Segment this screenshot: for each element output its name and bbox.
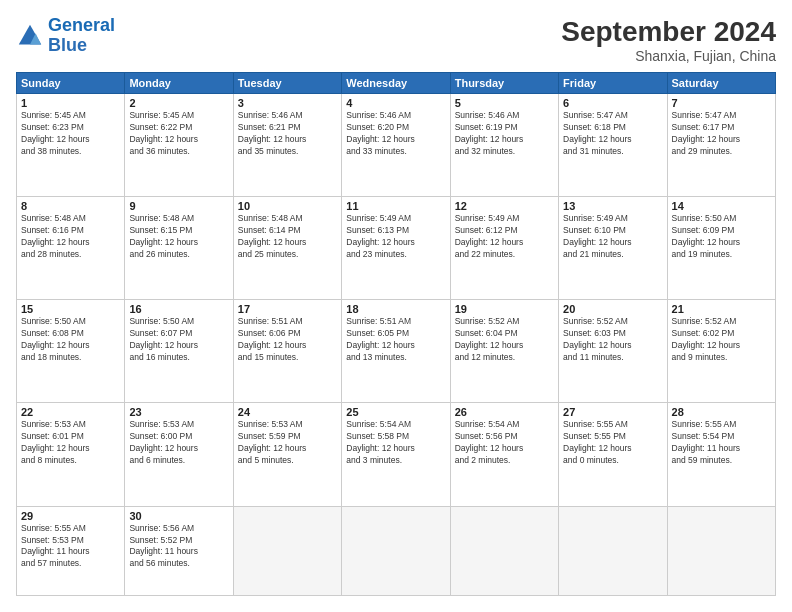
day-number: 25 [346, 406, 445, 418]
day-number: 1 [21, 97, 120, 109]
calendar-cell [233, 506, 341, 595]
calendar-cell: 22Sunrise: 5:53 AM Sunset: 6:01 PM Dayli… [17, 403, 125, 506]
calendar-cell: 15Sunrise: 5:50 AM Sunset: 6:08 PM Dayli… [17, 300, 125, 403]
day-number: 15 [21, 303, 120, 315]
calendar-cell: 30Sunrise: 5:56 AM Sunset: 5:52 PM Dayli… [125, 506, 233, 595]
calendar-cell: 29Sunrise: 5:55 AM Sunset: 5:53 PM Dayli… [17, 506, 125, 595]
logo-text: General Blue [48, 16, 115, 56]
calendar-cell: 6Sunrise: 5:47 AM Sunset: 6:18 PM Daylig… [559, 94, 667, 197]
calendar-cell: 27Sunrise: 5:55 AM Sunset: 5:55 PM Dayli… [559, 403, 667, 506]
calendar-cell: 25Sunrise: 5:54 AM Sunset: 5:58 PM Dayli… [342, 403, 450, 506]
month-title: September 2024 [561, 16, 776, 48]
calendar-cell: 8Sunrise: 5:48 AM Sunset: 6:16 PM Daylig… [17, 197, 125, 300]
weekday-row: SundayMondayTuesdayWednesdayThursdayFrid… [17, 73, 776, 94]
calendar-cell: 24Sunrise: 5:53 AM Sunset: 5:59 PM Dayli… [233, 403, 341, 506]
day-number: 5 [455, 97, 554, 109]
title-section: September 2024 Shanxia, Fujian, China [561, 16, 776, 64]
day-number: 27 [563, 406, 662, 418]
day-number: 19 [455, 303, 554, 315]
weekday-header: Wednesday [342, 73, 450, 94]
calendar-cell: 28Sunrise: 5:55 AM Sunset: 5:54 PM Dayli… [667, 403, 775, 506]
week-row: 8Sunrise: 5:48 AM Sunset: 6:16 PM Daylig… [17, 197, 776, 300]
day-info: Sunrise: 5:48 AM Sunset: 6:16 PM Dayligh… [21, 213, 120, 261]
calendar-cell: 5Sunrise: 5:46 AM Sunset: 6:19 PM Daylig… [450, 94, 558, 197]
day-info: Sunrise: 5:53 AM Sunset: 5:59 PM Dayligh… [238, 419, 337, 467]
weekday-header: Saturday [667, 73, 775, 94]
day-number: 26 [455, 406, 554, 418]
day-info: Sunrise: 5:46 AM Sunset: 6:19 PM Dayligh… [455, 110, 554, 158]
calendar-header: SundayMondayTuesdayWednesdayThursdayFrid… [17, 73, 776, 94]
day-info: Sunrise: 5:50 AM Sunset: 6:09 PM Dayligh… [672, 213, 771, 261]
day-info: Sunrise: 5:55 AM Sunset: 5:53 PM Dayligh… [21, 523, 120, 571]
day-number: 9 [129, 200, 228, 212]
day-number: 4 [346, 97, 445, 109]
subtitle: Shanxia, Fujian, China [561, 48, 776, 64]
calendar-cell [559, 506, 667, 595]
day-number: 13 [563, 200, 662, 212]
day-info: Sunrise: 5:50 AM Sunset: 6:08 PM Dayligh… [21, 316, 120, 364]
calendar-cell [667, 506, 775, 595]
day-info: Sunrise: 5:48 AM Sunset: 6:14 PM Dayligh… [238, 213, 337, 261]
calendar-cell: 7Sunrise: 5:47 AM Sunset: 6:17 PM Daylig… [667, 94, 775, 197]
day-info: Sunrise: 5:53 AM Sunset: 6:00 PM Dayligh… [129, 419, 228, 467]
day-info: Sunrise: 5:47 AM Sunset: 6:17 PM Dayligh… [672, 110, 771, 158]
calendar-cell: 21Sunrise: 5:52 AM Sunset: 6:02 PM Dayli… [667, 300, 775, 403]
calendar-cell: 19Sunrise: 5:52 AM Sunset: 6:04 PM Dayli… [450, 300, 558, 403]
calendar-body: 1Sunrise: 5:45 AM Sunset: 6:23 PM Daylig… [17, 94, 776, 596]
calendar-cell: 9Sunrise: 5:48 AM Sunset: 6:15 PM Daylig… [125, 197, 233, 300]
day-number: 3 [238, 97, 337, 109]
day-info: Sunrise: 5:49 AM Sunset: 6:13 PM Dayligh… [346, 213, 445, 261]
day-number: 10 [238, 200, 337, 212]
calendar-cell: 26Sunrise: 5:54 AM Sunset: 5:56 PM Dayli… [450, 403, 558, 506]
weekday-header: Sunday [17, 73, 125, 94]
page: General Blue September 2024 Shanxia, Fuj… [0, 0, 792, 612]
calendar-cell: 16Sunrise: 5:50 AM Sunset: 6:07 PM Dayli… [125, 300, 233, 403]
day-number: 21 [672, 303, 771, 315]
day-info: Sunrise: 5:56 AM Sunset: 5:52 PM Dayligh… [129, 523, 228, 571]
calendar-cell: 2Sunrise: 5:45 AM Sunset: 6:22 PM Daylig… [125, 94, 233, 197]
day-number: 20 [563, 303, 662, 315]
weekday-header: Tuesday [233, 73, 341, 94]
day-number: 23 [129, 406, 228, 418]
day-number: 18 [346, 303, 445, 315]
day-number: 11 [346, 200, 445, 212]
day-info: Sunrise: 5:55 AM Sunset: 5:55 PM Dayligh… [563, 419, 662, 467]
calendar-cell: 10Sunrise: 5:48 AM Sunset: 6:14 PM Dayli… [233, 197, 341, 300]
day-number: 16 [129, 303, 228, 315]
day-number: 2 [129, 97, 228, 109]
weekday-header: Friday [559, 73, 667, 94]
week-row: 22Sunrise: 5:53 AM Sunset: 6:01 PM Dayli… [17, 403, 776, 506]
day-info: Sunrise: 5:52 AM Sunset: 6:02 PM Dayligh… [672, 316, 771, 364]
logo-line1: General [48, 15, 115, 35]
header: General Blue September 2024 Shanxia, Fuj… [16, 16, 776, 64]
week-row: 29Sunrise: 5:55 AM Sunset: 5:53 PM Dayli… [17, 506, 776, 595]
calendar-cell: 14Sunrise: 5:50 AM Sunset: 6:09 PM Dayli… [667, 197, 775, 300]
day-number: 14 [672, 200, 771, 212]
day-number: 7 [672, 97, 771, 109]
calendar-cell: 4Sunrise: 5:46 AM Sunset: 6:20 PM Daylig… [342, 94, 450, 197]
weekday-header: Monday [125, 73, 233, 94]
logo-icon [16, 22, 44, 50]
day-number: 6 [563, 97, 662, 109]
day-info: Sunrise: 5:52 AM Sunset: 6:04 PM Dayligh… [455, 316, 554, 364]
day-info: Sunrise: 5:45 AM Sunset: 6:23 PM Dayligh… [21, 110, 120, 158]
weekday-header: Thursday [450, 73, 558, 94]
day-info: Sunrise: 5:46 AM Sunset: 6:20 PM Dayligh… [346, 110, 445, 158]
day-info: Sunrise: 5:51 AM Sunset: 6:06 PM Dayligh… [238, 316, 337, 364]
day-number: 8 [21, 200, 120, 212]
calendar-cell [450, 506, 558, 595]
day-number: 28 [672, 406, 771, 418]
week-row: 15Sunrise: 5:50 AM Sunset: 6:08 PM Dayli… [17, 300, 776, 403]
day-info: Sunrise: 5:51 AM Sunset: 6:05 PM Dayligh… [346, 316, 445, 364]
day-number: 30 [129, 510, 228, 522]
calendar-cell: 18Sunrise: 5:51 AM Sunset: 6:05 PM Dayli… [342, 300, 450, 403]
day-info: Sunrise: 5:55 AM Sunset: 5:54 PM Dayligh… [672, 419, 771, 467]
logo: General Blue [16, 16, 115, 56]
day-number: 17 [238, 303, 337, 315]
calendar-cell: 11Sunrise: 5:49 AM Sunset: 6:13 PM Dayli… [342, 197, 450, 300]
day-number: 29 [21, 510, 120, 522]
day-info: Sunrise: 5:45 AM Sunset: 6:22 PM Dayligh… [129, 110, 228, 158]
day-info: Sunrise: 5:53 AM Sunset: 6:01 PM Dayligh… [21, 419, 120, 467]
day-info: Sunrise: 5:54 AM Sunset: 5:58 PM Dayligh… [346, 419, 445, 467]
calendar-cell: 20Sunrise: 5:52 AM Sunset: 6:03 PM Dayli… [559, 300, 667, 403]
